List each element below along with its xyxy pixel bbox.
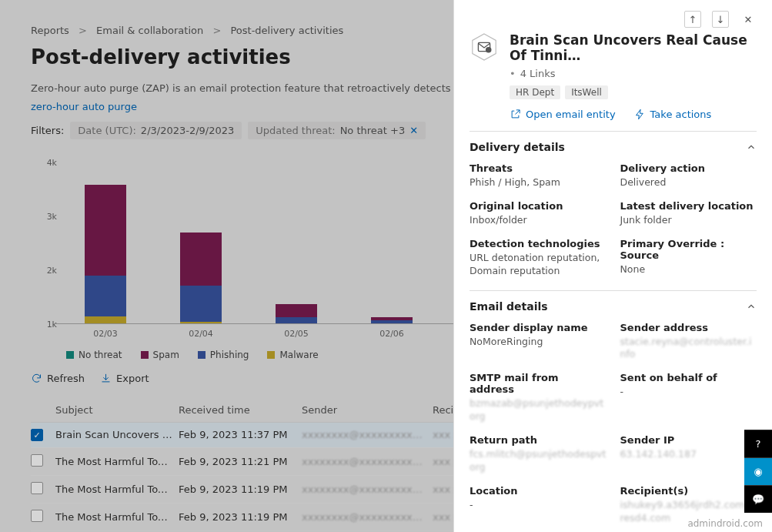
cell-sender: xxxxxxxx@xxxxxxxxxxxxxxx.x [302, 456, 433, 467]
latest-location-label: Latest delivery location [620, 200, 757, 212]
cell-subject: The Most Harmful Toxin For Yo… [55, 456, 179, 467]
sent-behalf-value: - [620, 386, 757, 399]
open-email-entity-button[interactable]: Open email entity [510, 109, 616, 120]
cell-received: Feb 9, 2023 11:19 PM [179, 511, 302, 523]
threats-value: Phish / High, Spam [470, 176, 607, 189]
smtp-from-label: SMTP mail from address [470, 372, 607, 395]
chart-bar[interactable] [180, 233, 222, 323]
cell-sender: xxxxxxxx@xxxxxxxxxxxxxxx.x [302, 429, 433, 440]
chart-bar[interactable] [276, 304, 317, 323]
sent-behalf-label: Sent on behalf of [620, 372, 757, 383]
delivery-action-label: Delivery action [620, 162, 757, 174]
bolt-icon [634, 109, 646, 120]
take-actions-button[interactable]: Take actions [634, 109, 712, 120]
return-path-value: fcs.mlitch@psunjethodespvtorg [470, 448, 607, 474]
col-received[interactable]: Received time [179, 404, 302, 416]
cell-subject: The Most Harmful Toxin For Yo… [55, 511, 179, 523]
delivery-action-value: Delivered [620, 176, 757, 189]
chart-bar[interactable] [85, 185, 126, 323]
cell-subject: Brain Scan Uncovers Real Cause… [55, 429, 179, 440]
latest-location-value: Junk folder [620, 214, 757, 227]
filter-chip-threat[interactable]: Updated threat: No threat +3 ✕ [248, 122, 426, 139]
cell-received: Feb 9, 2023 11:19 PM [179, 483, 302, 495]
svg-marker-0 [473, 34, 496, 60]
breadcrumb-post-delivery[interactable]: Post-delivery activities [230, 25, 343, 36]
breadcrumb-email-collab[interactable]: Email & collaboration [96, 25, 203, 36]
recipients-label: Recipient(s) [620, 485, 757, 497]
primary-override-label: Primary Override : Source [620, 238, 757, 261]
row-checkbox[interactable]: ✓ [31, 429, 43, 441]
rail-help-button[interactable]: ? [744, 430, 772, 457]
details-flyout: ↑ ↓ ✕ Brain Scan Uncovers Real Cause Of … [453, 0, 772, 532]
prev-item-button[interactable]: ↑ [684, 11, 701, 28]
clear-filter-icon[interactable]: ✕ [409, 125, 418, 136]
cell-received: Feb 9, 2023 11:37 PM [179, 429, 302, 440]
cell-received: Feb 9, 2023 11:21 PM [179, 456, 302, 467]
legend-item[interactable]: No threat [66, 350, 122, 360]
tag-itswell: ItsWell [565, 85, 608, 99]
export-button[interactable]: Export [100, 373, 149, 384]
tag-hr-dept: HR Dept [510, 85, 560, 99]
next-item-button[interactable]: ↓ [712, 11, 729, 28]
download-icon [100, 373, 112, 384]
panel-title: Brain Scan Uncovers Real Cause Of Tinni… [510, 32, 757, 63]
cell-sender: xxxxxxxx@xxxxxxxxxxxxxxx.x [302, 511, 433, 523]
col-subject[interactable]: Subject [55, 404, 179, 416]
sender-address-label: Sender address [620, 322, 757, 333]
legend-item[interactable]: Spam [141, 350, 179, 360]
chevron-up-icon [746, 301, 757, 312]
rail-feedback-button[interactable]: 💬 [744, 485, 772, 513]
svg-point-2 [486, 47, 492, 53]
section-email-toggle[interactable]: Email details [470, 291, 757, 322]
side-rail: ? ◉ 💬 [744, 430, 772, 513]
watermark: admindroid.com [687, 518, 763, 529]
row-checkbox[interactable] [31, 482, 43, 494]
refresh-button[interactable]: Refresh [31, 373, 85, 384]
smtp-from-value: bzmazab@psunjethodeypvtorg [470, 397, 607, 423]
cell-subject: The Most Harmful Toxin For Yo… [55, 483, 179, 495]
open-icon [510, 109, 521, 120]
location-value: - [470, 499, 607, 512]
sender-address-value: stacie.reyna@controluster.info [620, 336, 757, 362]
threats-label: Threats [470, 162, 607, 174]
legend-item[interactable]: Malware [267, 350, 318, 360]
cell-sender: xxxxxxxx@xxxxxxxxxxxxxxx.x [302, 483, 433, 495]
rail-assistant-button[interactable]: ◉ [744, 457, 772, 485]
row-checkbox[interactable] [31, 454, 43, 467]
filters-label: Filters: [31, 125, 64, 136]
legend-item[interactable]: Phishing [198, 350, 249, 360]
detection-tech-value: URL detonation reputation, Domain reputa… [470, 252, 607, 278]
row-checkbox[interactable] [31, 510, 43, 522]
close-panel-button[interactable]: ✕ [740, 11, 757, 28]
primary-override-value: None [620, 263, 757, 276]
location-label: Location [470, 485, 607, 497]
section-delivery-toggle[interactable]: Delivery details [470, 132, 757, 162]
links-count: 4 Links [510, 68, 555, 79]
tag-list: HR Dept ItsWell [510, 85, 757, 99]
sender-ip-label: Sender IP [620, 434, 757, 446]
email-icon [470, 32, 499, 62]
refresh-icon [31, 373, 42, 384]
sender-display-value: NoMoreRinging [470, 336, 607, 349]
sender-ip-value: 63.142.140.187 [620, 448, 757, 461]
original-location-value: Inbox/folder [470, 214, 607, 227]
chart-bar[interactable] [371, 317, 413, 323]
sender-display-label: Sender display name [470, 322, 607, 333]
filter-chip-date[interactable]: Date (UTC): 2/3/2023-2/9/2023 [70, 122, 242, 139]
return-path-label: Return path [470, 434, 607, 446]
col-sender[interactable]: Sender [302, 404, 433, 416]
chevron-up-icon [746, 142, 757, 152]
section-delivery-details: Delivery details ThreatsPhish / High, Sp… [470, 131, 757, 290]
original-location-label: Original location [470, 200, 607, 212]
detection-tech-label: Detection technologies [470, 238, 607, 249]
section-email-details: Email details Sender display nameNoMoreR… [470, 290, 757, 533]
breadcrumb-reports[interactable]: Reports [31, 25, 69, 36]
